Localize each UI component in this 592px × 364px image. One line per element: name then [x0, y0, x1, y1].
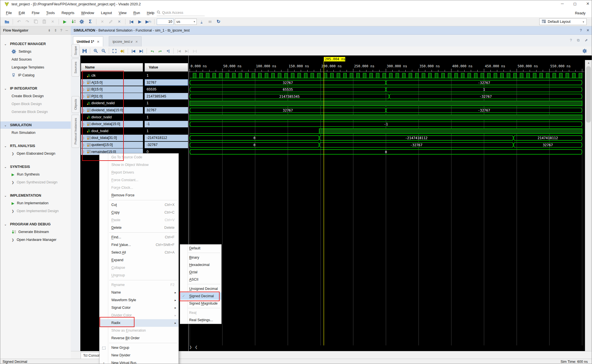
waveform-canvas[interactable]: 0.000 ns50.000 ns100.000 ns150.000 ns200…	[189, 56, 584, 351]
menubar-run[interactable]: Run	[130, 10, 143, 16]
column-header-value[interactable]: Value	[145, 63, 188, 72]
flownav-item-open-implemented-design[interactable]: ❯Open Implemented Design	[0, 207, 71, 215]
maximize-button[interactable]: ◻	[573, 1, 577, 6]
toolbar-paste-button[interactable]	[41, 18, 48, 25]
radix-option-real-settings-[interactable]: Real Settings...	[180, 316, 221, 324]
signal-value-cell[interactable]: 32767	[145, 79, 188, 86]
expand-chevron-icon[interactable]: ❯	[81, 136, 86, 139]
minimize-button[interactable]: ─	[561, 1, 564, 6]
help-icon[interactable]: ?	[580, 28, 582, 32]
toolbar-break-x-button[interactable]: ×	[99, 18, 106, 25]
signal-value-cell[interactable]: 2147385345	[145, 93, 188, 99]
flownav-section-ip-integrator[interactable]: ⌄IP INTEGRATOR	[0, 85, 71, 92]
quick-access-search[interactable]: Quick Access	[157, 10, 205, 16]
flownav-section-rtl-analysis[interactable]: ⌄RTL ANALYSIS	[0, 142, 71, 150]
menu-item-new-divider[interactable]: New Divider	[100, 352, 178, 359]
wave-toolbar-next-marker-button[interactable]: ⮣	[156, 48, 164, 54]
wave-toolbar-jump-right-disabled-button[interactable]: ▶|	[183, 48, 191, 54]
signal-name-cell[interactable]: ❯dout_tdata[31:0]	[81, 135, 143, 141]
wave-toolbar-prev-marker-button[interactable]: ⮢	[149, 48, 156, 54]
signal-row-dout-tvalid[interactable]: dout_tvalid1	[80, 128, 188, 134]
flownav-item-generate-block-design[interactable]: Generate Block Design	[0, 108, 71, 116]
toolbar-relaunch-button[interactable]: ↻	[215, 18, 222, 25]
close-icon[interactable]: ✕	[135, 40, 138, 44]
menu-item-waveform-style[interactable]: Waveform Style▸	[100, 296, 178, 304]
run-time-input[interactable]	[157, 19, 174, 25]
side-tab-objects[interactable]: Objects	[72, 96, 79, 113]
side-tab-sources[interactable]: Sources	[72, 59, 79, 77]
radix-option-real[interactable]: Real	[180, 309, 221, 316]
signal-row-quotient-15-0-[interactable]: ❯quotient[15:0]-32767	[80, 141, 188, 148]
menu-item-report-drivers[interactable]: Report Drivers	[100, 169, 178, 176]
radix-option-unsigned-decimal[interactable]: Unsigned Decimal	[180, 285, 221, 292]
wave-toolbar-goto-start-button[interactable]: |◀	[130, 48, 137, 54]
flownav-item-open-synthesized-design[interactable]: ❯Open Synthesized Design	[0, 178, 71, 186]
tab-ipcore-test-v[interactable]: ipcore_test.v✕	[109, 36, 142, 47]
toolbar-step-bitstream-button[interactable]: 0110	[70, 18, 77, 25]
menu-item-reverse-bit-order[interactable]: Reverse Bit Order	[100, 334, 178, 342]
toolbar-delete-x-button[interactable]: ×	[49, 18, 56, 25]
side-tab-scope[interactable]: Scope	[72, 44, 79, 57]
expand-chevron-icon[interactable]: ❯	[81, 123, 86, 126]
wave-toolbar-jump-left-disabled-button[interactable]: |◀	[175, 48, 183, 54]
minimize-panel-icon[interactable]: ─	[65, 28, 68, 32]
toolbar-run-all-button[interactable]: ▶	[136, 18, 143, 25]
expand-chevron-icon[interactable]: ❯	[81, 109, 86, 112]
toolbar-sigma-button[interactable]: Σ	[87, 18, 94, 25]
menubar-edit[interactable]: Edit	[15, 10, 28, 16]
signal-value-cell[interactable]: 1	[145, 114, 188, 120]
flownav-item-open-hardware-manager[interactable]: ❯Open Hardware Manager	[0, 236, 71, 244]
signal-row-clk[interactable]: clk1	[80, 72, 188, 79]
flownav-item-ip-catalog[interactable]: IP Catalog	[0, 71, 71, 79]
signal-name-cell[interactable]: ❯divisor_tdata[15:0]	[81, 121, 143, 127]
wave-settings-gear-button[interactable]	[581, 48, 588, 54]
expand-chevron-icon[interactable]: ❯	[81, 95, 86, 98]
signal-value-cell[interactable]: -1	[145, 121, 188, 127]
menubar-view[interactable]: View	[115, 10, 130, 16]
expand-chevron-icon[interactable]: ❯	[81, 88, 86, 91]
flownav-section-simulation[interactable]: ⌄SIMULATION	[0, 121, 71, 129]
expand-chevron-icon[interactable]: ❯	[81, 150, 86, 153]
collapse-all-icon[interactable]: ⇟	[48, 28, 51, 32]
signal-value-cell[interactable]: 1	[145, 72, 188, 79]
wave-toolbar-save-button[interactable]	[81, 48, 88, 54]
toolbar-undo-button[interactable]: ↶	[15, 18, 23, 25]
signal-value-cell[interactable]: 32767	[145, 107, 188, 114]
horizontal-scroll-chevrons[interactable]: ❯❮	[189, 345, 200, 349]
signal-name-cell[interactable]: dividend_tvalid	[81, 100, 143, 106]
help-icon[interactable]: ?	[570, 38, 572, 43]
layout-selector[interactable]: Default Layout ▾	[539, 18, 587, 25]
scrollbar-thumb[interactable]	[586, 66, 591, 123]
radix-option-default[interactable]: Default	[180, 245, 221, 252]
toolbar-step-to-line-button[interactable]: ↓	[198, 18, 205, 25]
signal-value-cell[interactable]: 65535	[145, 86, 188, 93]
flownav-item-add-sources[interactable]: Add Sources	[0, 56, 71, 63]
menu-item-find-value-[interactable]: Find Value...Ctrl+Shift+F	[100, 241, 178, 249]
toolbar-copy-button[interactable]	[32, 18, 39, 25]
signal-name-cell[interactable]: ❯A[15:0]	[81, 79, 143, 86]
signal-row-dividend-tvalid[interactable]: dividend_tvalid1	[80, 100, 188, 106]
expand-chevron-icon[interactable]: ❯	[81, 143, 86, 147]
close-icon[interactable]: ✕	[97, 40, 100, 44]
menu-item-delete[interactable]: DeleteDelete	[100, 224, 178, 232]
menu-item-show-as-enumeration[interactable]: Show as Enumeration	[100, 327, 178, 334]
wave-toolbar-add-marker-button[interactable]: +|	[164, 48, 172, 54]
menu-item-expand[interactable]: Expand	[100, 256, 178, 264]
toolbar-edit-pencil-button[interactable]	[107, 18, 114, 25]
expand-chevron-icon[interactable]: ❯	[81, 81, 86, 84]
signal-name-cell[interactable]: ❯B[15:0]	[81, 86, 143, 93]
toolbar-clear-x-button[interactable]: ×	[116, 18, 123, 25]
radix-option-signed-magnitude[interactable]: Signed Magnitude	[180, 300, 221, 307]
menu-item-force-clock-[interactable]: Force Clock...	[100, 184, 178, 192]
wave-toolbar-wave-zoom-in-button[interactable]	[92, 48, 99, 54]
toolbar-run-for-time-button[interactable]: ▶(T)	[145, 18, 152, 25]
signal-name-cell[interactable]: ❯dividend_tdata[15:0]	[81, 107, 143, 114]
menubar-tools[interactable]: Tools	[43, 10, 58, 16]
scroll-up-icon[interactable]: ▲	[585, 60, 592, 65]
signal-row-dout-tdata-31-0-[interactable]: ❯dout_tdata[31:0]-2147418112	[80, 134, 188, 141]
menu-item-signal-color[interactable]: Signal Color▸	[100, 304, 178, 312]
toolbar-restart-button[interactable]: |◀	[128, 18, 135, 25]
menu-item-show-in-object-window[interactable]: Show in Object Window	[100, 161, 178, 169]
flownav-item-language-templates[interactable]: Language Templates	[0, 63, 71, 71]
flownav-section-project-manager[interactable]: ⌄PROJECT MANAGER	[0, 40, 71, 48]
